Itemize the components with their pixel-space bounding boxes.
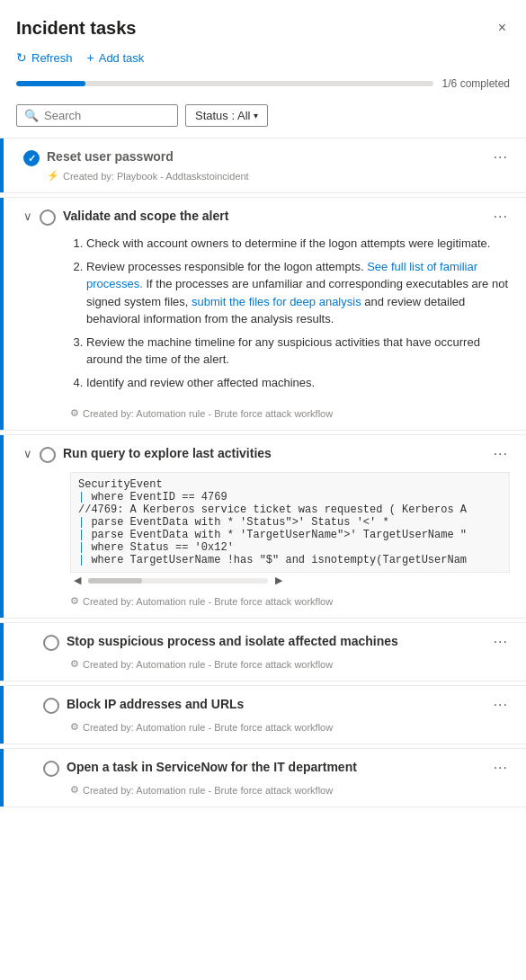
task-header: Reset user password ··· [23, 149, 510, 166]
task-title: Block IP addresses and URLs [67, 697, 486, 711]
task-row: Stop suspicious process and isolate affe… [0, 622, 526, 682]
progress-bar-fill [16, 81, 85, 86]
see-full-list-link[interactable]: See full list of familiar processes. [86, 260, 477, 291]
task-description-item: Review processes responsible for the log… [86, 258, 510, 328]
add-icon: + [87, 50, 94, 65]
submit-files-link[interactable]: submit the files for deep analysis [192, 295, 361, 308]
scroll-left-arrow[interactable]: ◀ [70, 575, 85, 586]
search-icon: 🔍 [24, 109, 39, 122]
chevron-down-icon: ▾ [254, 111, 258, 120]
progress-bar-background [16, 81, 433, 86]
task-left-section: Block IP addresses and URLs [23, 697, 486, 714]
task-meta-text: Created by: Automation rule - Brute forc… [83, 408, 333, 419]
task-more-button[interactable]: ··· [492, 760, 510, 776]
task-meta-text: Created by: Automation rule - Brute forc… [83, 659, 333, 670]
refresh-button[interactable]: ↻ Refresh [16, 50, 73, 65]
tasks-list: Reset user password ··· ⚡ Created by: Pl… [0, 138, 526, 807]
task-row: Reset user password ··· ⚡ Created by: Pl… [0, 138, 526, 193]
task-left-section: Stop suspicious process and isolate affe… [23, 634, 486, 651]
scrollbar-thumb [88, 578, 142, 584]
task-meta: ⚙ Created by: Automation rule - Brute fo… [23, 407, 510, 419]
search-box[interactable]: 🔍 [16, 104, 178, 127]
task-accent-bar [0, 623, 4, 681]
task-title: Validate and scope the alert [63, 209, 486, 223]
automation-icon: ⚙ [70, 595, 79, 607]
progress-section: 1/6 completed [0, 74, 526, 99]
task-title: Open a task in ServiceNow for the IT dep… [67, 760, 486, 774]
task-more-button[interactable]: ··· [492, 209, 510, 225]
task-meta: ⚙ Created by: Automation rule - Brute fo… [23, 784, 510, 796]
task-more-button[interactable]: ··· [492, 634, 510, 650]
task-more-button[interactable]: ··· [492, 149, 510, 165]
task-description-item: Check with account owners to determine i… [86, 235, 510, 253]
task-header: ∨ Run query to explore last activities ·… [23, 446, 510, 463]
automation-icon: ⚙ [70, 721, 79, 733]
task-more-button[interactable]: ··· [492, 697, 510, 713]
task-circle[interactable] [43, 698, 59, 714]
task-left-section: ∨ Run query to explore last activities [23, 446, 486, 463]
task-accent-bar [0, 435, 4, 618]
task-circle[interactable] [43, 635, 59, 651]
scroll-right-arrow[interactable]: ▶ [272, 575, 286, 586]
task-title: Stop suspicious process and isolate affe… [67, 634, 486, 648]
task-meta-text: Created by: Automation rule - Brute forc… [83, 785, 333, 796]
task-meta-text: Created by: Automation rule - Brute forc… [83, 596, 333, 607]
task-meta-text: Created by: Playbook - Addtaskstoinciden… [63, 171, 249, 182]
panel-title: Incident tasks [16, 18, 136, 39]
task-description: Check with account owners to determine i… [23, 235, 510, 396]
refresh-icon: ↻ [16, 50, 27, 65]
search-input[interactable] [44, 109, 170, 122]
automation-icon: ⚙ [70, 658, 79, 670]
horizontal-scrollbar[interactable] [88, 578, 268, 584]
task-circle[interactable] [40, 209, 56, 226]
task-header: Stop suspicious process and isolate affe… [23, 634, 510, 651]
task-title: Reset user password [47, 149, 486, 164]
progress-label: 1/6 completed [442, 77, 510, 90]
task-header: ∨ Validate and scope the alert ··· [23, 209, 510, 226]
task-left-section: Reset user password [23, 149, 486, 166]
task-accent-bar [0, 198, 4, 430]
task-meta: ⚡ Created by: Playbook - Addtaskstoincid… [23, 170, 510, 182]
task-meta: ⚙ Created by: Automation rule - Brute fo… [23, 721, 510, 733]
task-meta-text: Created by: Automation rule - Brute forc… [83, 722, 333, 733]
automation-icon: ⚙ [70, 407, 79, 419]
toolbar: ↻ Refresh + Add task [0, 49, 526, 74]
task-expand-button[interactable]: ∨ [23, 209, 32, 223]
task-left-section: ∨ Validate and scope the alert [23, 209, 486, 226]
task-header: Block IP addresses and URLs ··· [23, 697, 510, 714]
add-task-button[interactable]: + Add task [87, 50, 145, 65]
task-accent-bar [0, 749, 4, 806]
panel-header: Incident tasks × [0, 0, 526, 49]
close-button[interactable]: × [495, 16, 510, 40]
task-row: Open a task in ServiceNow for the IT dep… [0, 748, 526, 807]
add-task-label: Add task [99, 51, 145, 65]
task-circle[interactable] [43, 761, 59, 777]
task-accent-bar [0, 686, 4, 744]
task-expand-button[interactable]: ∨ [23, 447, 32, 460]
task-meta: ⚙ Created by: Automation rule - Brute fo… [23, 595, 510, 607]
task-header: Open a task in ServiceNow for the IT dep… [23, 760, 510, 777]
task-complete-circle[interactable] [23, 150, 40, 166]
task-circle[interactable] [40, 447, 56, 463]
task-accent-bar [0, 138, 4, 192]
status-filter-button[interactable]: Status : All ▾ [185, 104, 268, 127]
task-row: ∨ Run query to explore last activities ·… [0, 434, 526, 619]
refresh-label: Refresh [31, 51, 73, 65]
task-meta: ⚙ Created by: Automation rule - Brute fo… [23, 658, 510, 670]
playbook-icon: ⚡ [47, 170, 59, 182]
automation-icon: ⚙ [70, 784, 79, 796]
status-filter-label: Status : All [195, 109, 250, 122]
task-left-section: Open a task in ServiceNow for the IT dep… [23, 760, 486, 777]
task-row: ∨ Validate and scope the alert ··· Check… [0, 197, 526, 431]
task-code-block[interactable]: SecurityEvent | where EventID == 4769 //… [23, 472, 510, 586]
task-row: Block IP addresses and URLs ··· ⚙ Create… [0, 685, 526, 744]
task-more-button[interactable]: ··· [492, 446, 510, 462]
search-filter-row: 🔍 Status : All ▾ [0, 99, 526, 138]
task-description-item: Review the machine timeline for any susp… [86, 334, 510, 369]
task-description-item: Identify and review other affected machi… [86, 374, 510, 392]
task-title: Run query to explore last activities [63, 446, 486, 460]
